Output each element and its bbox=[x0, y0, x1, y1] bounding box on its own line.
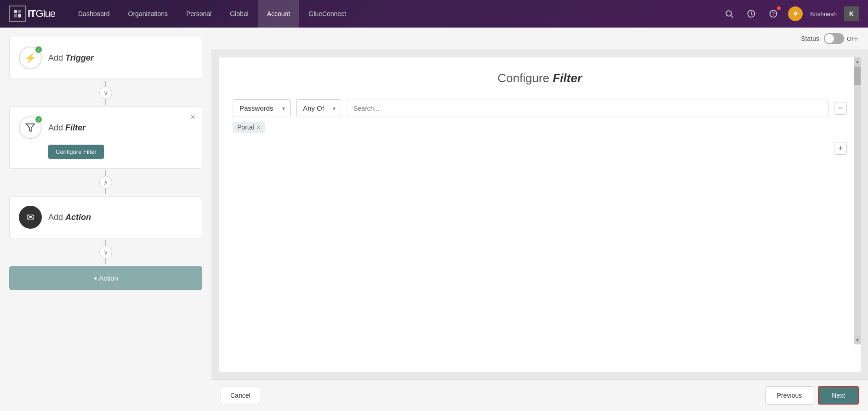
filter-close-btn[interactable]: × bbox=[190, 113, 195, 122]
filter-card: ✓ Add Filter × Configure Filter bbox=[9, 107, 202, 169]
portal-tag-close[interactable]: × bbox=[257, 124, 261, 131]
search-icon[interactable] bbox=[722, 6, 737, 21]
help-icon[interactable]: ? bbox=[766, 6, 781, 21]
connector-line-4 bbox=[105, 189, 106, 194]
svg-text:?: ? bbox=[772, 11, 775, 17]
action-label: Add Action bbox=[48, 213, 91, 222]
status-bar: Status OFF bbox=[211, 28, 868, 50]
svg-rect-0 bbox=[14, 10, 17, 13]
passwords-select[interactable]: Passwords bbox=[233, 99, 291, 117]
nav-organizations[interactable]: Organizations bbox=[119, 0, 177, 28]
svg-point-4 bbox=[726, 11, 732, 16]
connector-line-6 bbox=[105, 259, 106, 264]
trigger-check-badge: ✓ bbox=[34, 45, 43, 54]
status-label: Status bbox=[801, 35, 819, 42]
connector-line-5 bbox=[105, 240, 106, 246]
user-name[interactable]: Krishnesh bbox=[810, 11, 837, 17]
trigger-icon-wrap: ⚡ ✓ bbox=[19, 46, 42, 69]
nav-account[interactable]: Account bbox=[258, 0, 300, 28]
scroll-track[interactable]: ▲ ▼ bbox=[854, 57, 861, 344]
svg-line-5 bbox=[731, 16, 733, 18]
logo[interactable]: ITGlue bbox=[9, 6, 55, 22]
user-avatar: ☀ bbox=[788, 6, 803, 21]
condition-select-wrap: Any Of bbox=[296, 99, 341, 117]
portal-tag-label: Portal bbox=[237, 124, 254, 131]
expand-trigger-btn[interactable]: ∨ bbox=[99, 86, 112, 99]
expand-action-btn[interactable]: ∨ bbox=[99, 246, 112, 259]
bottom-bar: Cancel Previous Next bbox=[211, 379, 868, 411]
scroll-up-arrow[interactable]: ▲ bbox=[854, 57, 861, 66]
right-panel: Status OFF Configure Filter Passwords bbox=[211, 28, 868, 411]
connector-3: ∨ bbox=[9, 238, 202, 266]
logo-text: ITGlue bbox=[28, 8, 55, 20]
connector-2: ∧ bbox=[9, 169, 202, 196]
scroll-thumb[interactable] bbox=[854, 67, 861, 85]
collapse-filter-btn[interactable]: ∧ bbox=[99, 176, 112, 189]
filter-icon-wrap: ✓ bbox=[19, 116, 42, 139]
previous-button[interactable]: Previous bbox=[765, 386, 813, 405]
left-panel: ⚡ ✓ Add Trigger ∨ bbox=[0, 28, 211, 411]
nav-personal[interactable]: Personal bbox=[177, 0, 221, 28]
nav-glueconnect[interactable]: GlueConnect bbox=[299, 0, 355, 28]
top-navigation: ITGlue Dashboard Organizations Personal … bbox=[0, 0, 868, 28]
trigger-card: ⚡ ✓ Add Trigger bbox=[9, 37, 202, 79]
configure-title: Configure Filter bbox=[233, 71, 847, 85]
remove-filter-btn[interactable]: − bbox=[834, 102, 847, 115]
next-button[interactable]: Next bbox=[818, 386, 859, 405]
nav-right: ? ☀ Krishnesh K bbox=[722, 6, 859, 21]
status-toggle[interactable]: OFF bbox=[824, 33, 859, 44]
toggle-off-text: OFF bbox=[847, 35, 859, 42]
nav-dashboard[interactable]: Dashboard bbox=[69, 0, 119, 28]
condition-select[interactable]: Any Of bbox=[296, 99, 341, 117]
configure-filter-panel: Configure Filter Passwords Any Of bbox=[219, 57, 861, 372]
filter-check-badge: ✓ bbox=[34, 115, 43, 124]
connector-line-1 bbox=[105, 81, 106, 86]
nav-items: Dashboard Organizations Personal Global … bbox=[69, 0, 722, 28]
toggle-knob bbox=[825, 34, 834, 43]
tag-row: Portal × bbox=[233, 122, 847, 133]
nav-global[interactable]: Global bbox=[221, 0, 257, 28]
svg-rect-2 bbox=[14, 14, 17, 17]
add-action-button[interactable]: + Action bbox=[9, 266, 202, 290]
action-icon: ✉ bbox=[19, 206, 42, 229]
svg-rect-1 bbox=[18, 10, 21, 13]
logo-box bbox=[9, 6, 26, 22]
passwords-select-wrap: Passwords bbox=[233, 99, 291, 117]
search-field-wrap bbox=[347, 100, 828, 117]
plus-row: + bbox=[233, 142, 847, 155]
toggle-track[interactable] bbox=[824, 33, 844, 44]
connector-line-3 bbox=[105, 170, 106, 176]
cancel-button[interactable]: Cancel bbox=[221, 387, 260, 404]
connector-line-2 bbox=[105, 99, 106, 105]
svg-marker-9 bbox=[26, 124, 34, 132]
scroll-down-arrow[interactable]: ▼ bbox=[854, 336, 861, 344]
filter-label: Add Filter bbox=[48, 123, 86, 133]
nav-btn-group: Previous Next bbox=[765, 386, 859, 405]
add-filter-btn[interactable]: + bbox=[834, 142, 847, 155]
user-initial-box[interactable]: K bbox=[844, 6, 859, 21]
configure-panel-inner: Configure Filter Passwords Any Of bbox=[219, 57, 861, 372]
portal-tag: Portal × bbox=[233, 122, 265, 133]
trigger-label: Add Trigger bbox=[48, 53, 94, 63]
svg-rect-3 bbox=[18, 14, 21, 17]
configure-filter-btn[interactable]: Configure Filter bbox=[48, 145, 104, 159]
history-icon[interactable] bbox=[744, 6, 759, 21]
filter-row: Passwords Any Of − bbox=[233, 99, 847, 117]
search-input[interactable] bbox=[354, 105, 822, 112]
connector-1: ∨ bbox=[9, 79, 202, 107]
action-icon-wrap: ✉ bbox=[19, 206, 42, 229]
main-layout: ⚡ ✓ Add Trigger ∨ bbox=[0, 28, 868, 411]
action-card: ✉ Add Action bbox=[9, 196, 202, 238]
